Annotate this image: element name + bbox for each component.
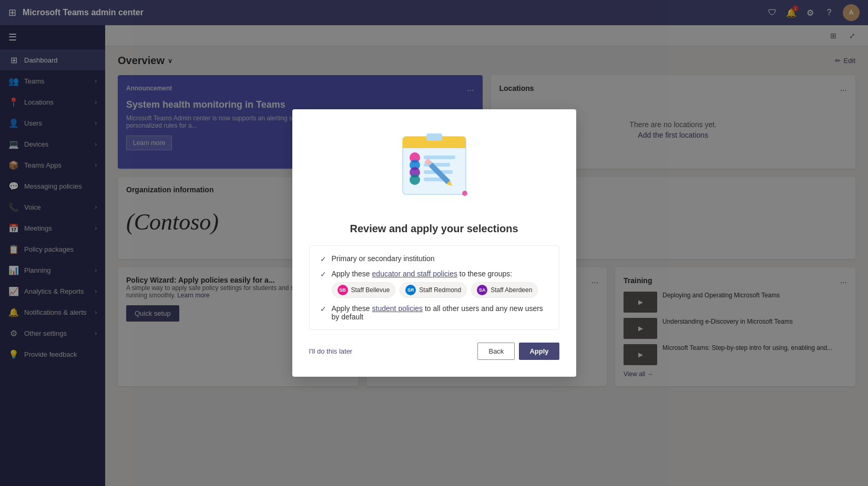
do-later-button[interactable]: I'll do this later bbox=[309, 347, 353, 355]
group-tags: SB Staff Bellevue SR Staff Redmond SA St… bbox=[332, 282, 548, 298]
tag-staff-redmond: SR Staff Redmond bbox=[400, 282, 467, 298]
checkmark-icon-3: ✓ bbox=[320, 305, 326, 313]
check-text-3: Apply these student policies to all othe… bbox=[332, 304, 548, 321]
staff-redmond-avatar: SR bbox=[405, 285, 416, 295]
check-text-2: Apply these educator and staff policies … bbox=[332, 270, 548, 298]
check-item-1: ✓ Primary or secondary institution bbox=[320, 254, 548, 263]
svg-rect-3 bbox=[403, 144, 466, 148]
check-text-1: Primary or secondary institution bbox=[332, 254, 548, 263]
svg-rect-4 bbox=[426, 133, 442, 141]
check-item-2: ✓ Apply these educator and staff policie… bbox=[320, 270, 548, 298]
apply-button[interactable]: Apply bbox=[519, 343, 559, 360]
tag-staff-aberdeen: SA Staff Aberdeen bbox=[471, 282, 538, 298]
student-policies-link[interactable]: student policies bbox=[372, 304, 423, 313]
modal-overlay: Review and apply your selections ✓ Prima… bbox=[0, 0, 868, 486]
back-button[interactable]: Back bbox=[477, 343, 515, 360]
tag-staff-bellevue: SB Staff Bellevue bbox=[332, 282, 396, 298]
staff-bellevue-avatar: SB bbox=[338, 285, 348, 295]
review-modal: Review and apply your selections ✓ Prima… bbox=[292, 109, 576, 377]
modal-footer: I'll do this later Back Apply bbox=[309, 343, 559, 360]
checkmark-icon-1: ✓ bbox=[320, 255, 326, 263]
svg-point-12 bbox=[410, 174, 420, 185]
modal-illustration bbox=[309, 126, 559, 210]
svg-point-17 bbox=[462, 191, 467, 196]
checkmark-icon-2: ✓ bbox=[320, 270, 326, 278]
modal-actions: Back Apply bbox=[477, 343, 559, 360]
educator-staff-policies-link[interactable]: educator and staff policies bbox=[372, 270, 457, 278]
check-item-3: ✓ Apply these student policies to all ot… bbox=[320, 304, 548, 321]
staff-aberdeen-avatar: SA bbox=[477, 285, 487, 295]
modal-checklist: ✓ Primary or secondary institution ✓ App… bbox=[309, 245, 559, 330]
modal-title: Review and apply your selections bbox=[309, 223, 559, 235]
